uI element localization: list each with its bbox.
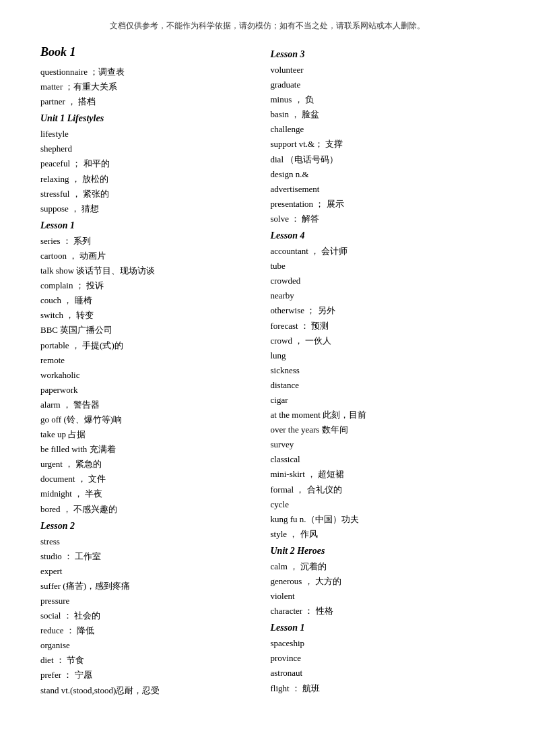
unit1-entries: lifestyle shepherd peaceful ； 和平的 relaxi… [40,127,264,216]
list-item: portable ， 手提(式)的 [40,338,264,353]
unit2-title: Unit 2 Heroes [271,546,494,557]
lesson2-title: Lesson 2 [40,521,264,532]
list-item: violent [271,589,494,604]
list-item: flight ： 航班 [271,681,494,696]
list-item: style ， 作风 [271,527,494,542]
list-item: spaceship [271,636,494,651]
list-item: astronaut [271,666,494,681]
list-item: lifestyle [40,127,264,141]
list-item: otherwise ； 另外 [271,303,494,318]
list-item: challenge [271,122,494,137]
list-item: volunteer [271,63,494,77]
list-item: matter ；有重大关系 [40,80,264,94]
list-item: go off (铃、爆竹等)响 [40,412,264,427]
unit1-title: Unit 1 Lifestyles [40,113,264,124]
list-item: basin ， 脸盆 [271,107,494,122]
list-item: shepherd [40,141,264,156]
list-item: accountant ， 会计师 [271,244,494,259]
lesson1-title: Lesson 1 [40,220,264,231]
list-item: cartoon ， 动画片 [40,249,264,263]
lesson2-entries: stressstudio ： 工作室expertsuffer (痛苦)，感到疼痛… [40,534,264,698]
list-item: graduate [271,77,494,92]
list-item: document ， 文件 [40,472,264,486]
list-item: solve ： 解答 [271,212,494,226]
list-item: alarm ， 警告器 [40,398,264,412]
list-item: tube [271,259,494,274]
list-item: province [271,651,494,666]
list-item: character ： 性格 [271,604,494,619]
list-item: minus ， 负 [271,92,494,107]
list-item: nearby [271,288,494,303]
list-item: series ： 系列 [40,234,264,249]
list-item: crowd ， 一伙人 [271,334,494,348]
list-item: distance [271,378,494,393]
list-item: cycle [271,497,494,512]
list-item: be filled with 充满着 [40,442,264,457]
lesson3-title: Lesson 3 [271,49,494,60]
list-item: organise [40,638,264,653]
list-item: over the years 数年间 [271,422,494,437]
list-item: paperwork [40,383,264,398]
list-item: suffer (痛苦)，感到疼痛 [40,579,264,594]
list-item: couch ， 睡椅 [40,293,264,308]
right-column: Lesson 3 volunteergraduateminus ， 负basin… [271,45,494,698]
list-item: support vt.&； 支撑 [271,137,494,152]
list-item: questionnaire ；调查表 [40,65,264,80]
list-item: studio ： 工作室 [40,549,264,564]
disclaimer-text: 文档仅供参考，不能作为科学依据，请勿模仿；如有不当之处，请联系网站或本人删除。 [40,20,494,32]
list-item: generous ， 大方的 [271,574,494,589]
list-item: peaceful ； 和平的 [40,156,264,171]
list-item: crowded [271,274,494,288]
list-item: social ： 社会的 [40,608,264,623]
list-item: relaxing ， 放松的 [40,172,264,187]
list-item: calm ， 沉着的 [271,559,494,574]
list-item: stress [40,534,264,549]
list-item: talk show 谈话节目、现场访谈 [40,263,264,278]
lesson3-entries: volunteergraduateminus ， 负basin ， 脸盆chal… [271,63,494,226]
list-item: dial （电话号码） [271,152,494,167]
list-item: remote [40,353,264,368]
list-item: workaholic [40,368,264,383]
list-item: cigar [271,393,494,408]
list-item: prefer ： 宁愿 [40,668,264,683]
list-item: survey [271,437,494,452]
list-item: switch ， 转变 [40,308,264,323]
list-item: formal ， 合礼仪的 [271,482,494,497]
list-item: bored ， 不感兴趣的 [40,502,264,517]
list-item: reduce ： 降低 [40,623,264,638]
list-item: kung fu n.（中国）功夫 [271,512,494,527]
list-item: BBC 英国广播公司 [40,323,264,338]
list-item: partner ， 搭档 [40,94,264,109]
unit2-entries: calm ， 沉着的generous ， 大方的violentcharacter… [271,559,494,619]
list-item: mini-skirt ， 超短裙 [271,467,494,482]
list-item: take up 占据 [40,427,264,442]
lesson4-entries: accountant ， 会计师tubecrowdednearbyotherwi… [271,244,494,542]
list-item: expert [40,564,264,579]
list-item: midnight ， 半夜 [40,486,264,501]
list-item: sickness [271,363,494,378]
left-column: Book 1 questionnaire ；调查表 matter ；有重大关系 … [40,45,271,698]
list-item: classical [271,452,494,467]
list-item: urgent ， 紧急的 [40,457,264,472]
list-item: lung [271,348,494,363]
list-item: diet ： 节食 [40,653,264,668]
lesson4-title: Lesson 4 [271,230,494,241]
list-item: suppose ， 猜想 [40,201,264,216]
lesson-r1-entries: spaceshipprovinceastronautflight ： 航班 [271,636,494,695]
book-title: Book 1 [40,45,264,59]
list-item: at the moment 此刻，目前 [271,408,494,422]
lesson1-entries: series ： 系列cartoon ， 动画片talk show 谈话节目、现… [40,234,264,517]
list-item: design n.& [271,167,494,182]
list-item: pressure [40,594,264,608]
list-item: forecast ： 预测 [271,319,494,334]
list-item: complain ； 投诉 [40,278,264,293]
list-item: stressful ， 紧张的 [40,187,264,201]
list-item: stand vt.(stood,stood)忍耐，忍受 [40,683,264,698]
lesson-r1-title: Lesson 1 [271,623,494,633]
list-item: presentation ； 展示 [271,197,494,212]
left-intro-entries: questionnaire ；调查表 matter ；有重大关系 partner… [40,65,264,109]
list-item: advertisement [271,182,494,197]
